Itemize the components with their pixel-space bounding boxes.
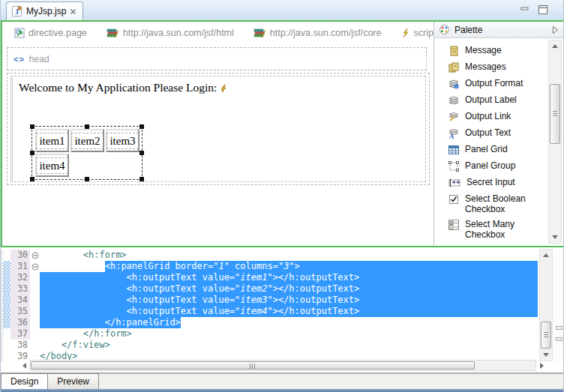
line-number: 38 [10,340,30,351]
source-editor[interactable]: 30 <h:form>31 <h:panelGrid border="1" co… [1,247,564,373]
page-tab-preview[interactable]: Preview [48,373,99,389]
code-line[interactable]: 37 </h:form> [1,328,538,340]
welcome-text: Welcome to My Application Please Login: [19,81,217,94]
line-number: 32 [10,272,30,283]
palette-item-panel-group[interactable]: Panel Group [434,158,547,175]
palette-item-list: Message Messages iOutput Format Output L… [434,39,547,246]
form-element-box[interactable]: Welcome to My Application Please Login: … [10,76,426,182]
palette-item-secret-input[interactable]: **Secret Input [434,175,547,191]
page-directive-icon [14,28,25,38]
design-editor-area: directive.page http://java.sun.com/jsf/h… [1,20,564,247]
palette-scrollbar-thumb[interactable] [550,84,560,144]
selection-handle[interactable] [30,177,34,181]
grid-row: item4 [34,153,140,178]
jsp-file-icon: J [11,5,22,17]
tag-icon: <> [14,55,25,64]
selection-handle[interactable] [85,124,89,129]
scroll-down-icon[interactable] [550,232,560,242]
fold-minus-icon[interactable] [30,250,40,261]
overview-ruler[interactable] [554,249,564,361]
panel-grid-icon [448,144,460,156]
code-line[interactable]: 34 <h:outputText value="item3"></h:outpu… [1,295,538,306]
editor-tab-myjsp[interactable]: J MyJsp.jsp [6,1,83,20]
selection-range-indicator [3,328,10,340]
palette-item-output-text[interactable]: AOutput Text [434,125,547,142]
scroll-right-icon[interactable] [536,361,547,370]
palette-item-label: Select Boolean Checkbox [465,193,543,214]
grid-cell[interactable]: item2 [70,129,104,152]
code-text: </h:form> [40,328,538,340]
source-scrollbar-thumb[interactable] [541,322,551,349]
palette-item-output-link[interactable]: Output Link [434,109,547,125]
selection-handle[interactable] [30,151,34,155]
selection-handle[interactable] [30,124,34,129]
scroll-up-icon[interactable] [541,250,551,260]
head-element-box[interactable]: <> head [7,47,427,70]
grid-cell[interactable]: item3 [106,129,140,152]
fold-minus-icon[interactable] [30,261,40,272]
palette-scrollbar[interactable] [548,40,562,244]
line-number: 30 [10,250,30,261]
output-label-icon [448,94,460,106]
palette-item-panel-grid[interactable]: Panel Grid [434,142,547,158]
window-bottom-border [1,389,564,392]
code-lines: 30 <h:form>31 <h:panelGrid border="1" co… [1,250,538,362]
source-vertical-scrollbar[interactable] [539,249,553,361]
overview-marker[interactable] [556,326,562,330]
scroll-down-icon[interactable] [541,350,551,360]
maximize-icon[interactable] [538,4,548,15]
code-line[interactable]: 38 </f:view> [1,340,538,351]
tab-close-icon[interactable] [70,8,76,15]
line-number: 36 [10,317,30,328]
flyout-arrow-icon[interactable] [552,25,559,34]
line-number: 33 [10,283,30,295]
palette-item-select-boolean-checkbox[interactable]: Select Boolean Checkbox [434,191,547,217]
palette-item-messages[interactable]: Messages [434,59,547,76]
line-number: 31 [10,261,30,272]
directive-item[interactable]: http://java.sun.com/jsf/html [106,28,234,38]
code-text: <h:outputText value="item3"></h:outputTe… [40,295,538,306]
code-line[interactable]: 36 </h:panelGrid> [1,317,538,328]
panel-group-icon [448,160,460,172]
source-horizontal-scrollbar[interactable] [29,360,536,371]
output-text-component: item3 [106,133,138,149]
grid-cell[interactable]: item1 [35,129,69,152]
selection-range-indicator [3,261,10,272]
code-line[interactable]: 33 <h:outputText value="item2"></h:outpu… [1,283,538,295]
design-canvas[interactable]: directive.page http://java.sun.com/jsf/h… [2,22,434,246]
source-hscrollbar-thumb[interactable] [31,361,475,370]
welcome-output-text[interactable]: Welcome to My Application Please Login: [19,81,228,94]
messages-icon [448,61,460,73]
directive-item[interactable]: scriptlet [401,28,434,38]
grid-cell[interactable]: item4 [35,154,69,177]
code-line[interactable]: 35 <h:outputText value="item4"></h:outpu… [1,306,538,317]
code-line[interactable]: 30 <h:form> [1,250,538,261]
code-line[interactable]: 32 <h:outputText value="item1"></h:outpu… [1,272,538,283]
palette-header[interactable]: Palette [434,22,563,38]
scroll-left-icon[interactable] [19,361,29,370]
fold-column [30,317,40,328]
fview-element-box[interactable]: Welcome to My Application Please Login: … [7,73,430,185]
minimize-icon[interactable] [520,4,530,15]
selection-handle[interactable] [140,151,144,155]
directive-item[interactable]: http://java.sun.com/jsf/core [254,28,382,38]
view-window-buttons [520,4,548,15]
directive-item[interactable]: directive.page [14,28,87,38]
panel-grid-selected[interactable]: item1item2item3item4 [32,126,142,180]
page-tab-design[interactable]: Design [1,373,48,389]
selection-range-indicator [3,317,10,328]
directive-label: http://java.sun.com/jsf/core [270,28,382,38]
palette-item-output-label[interactable]: Output Label [434,92,547,109]
scroll-up-icon[interactable] [550,41,560,51]
selection-handle[interactable] [85,177,89,181]
palette-item-output-format[interactable]: iOutput Format [434,76,547,92]
selection-handle[interactable] [140,177,144,181]
palette-item-select-many-checkbox[interactable]: Select Many Checkbox [434,217,547,242]
palette-item-label: Messages [465,61,543,72]
selection-range-indicator [3,351,10,362]
palette-item-message[interactable]: Message [434,43,547,59]
selection-handle[interactable] [140,124,144,129]
overview-marker[interactable] [556,337,562,341]
code-text: <h:outputText value="item4"></h:outputTe… [40,306,538,317]
code-line[interactable]: 31 <h:panelGrid border="1" columns="3"> [1,261,538,272]
